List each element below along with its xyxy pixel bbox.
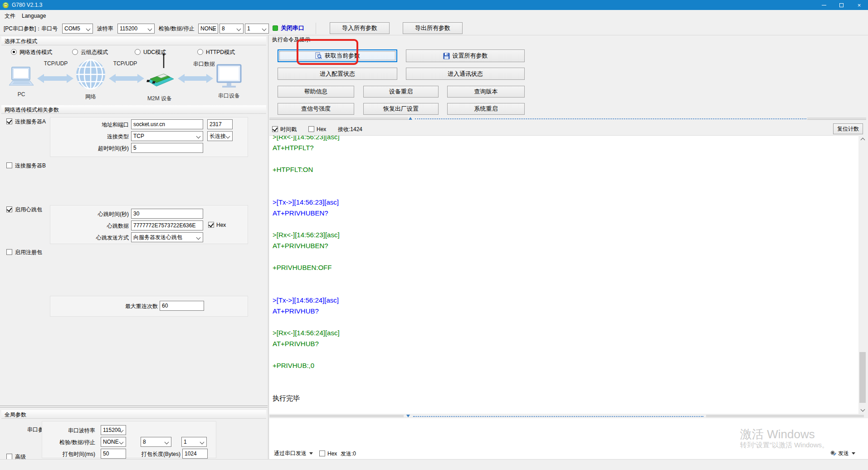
- pack-time-input[interactable]: 50: [101, 449, 126, 459]
- heartbeat-hex-checkbox[interactable]: [208, 222, 214, 228]
- timeout-label: 超时时间(秒): [68, 145, 129, 152]
- device-reboot-button[interactable]: 设备重启: [363, 86, 439, 98]
- signal-strength-button[interactable]: 查信号强度: [278, 103, 354, 115]
- log-splitter-dotted[interactable]: [415, 118, 806, 119]
- radio-cloud-mode[interactable]: [72, 49, 78, 55]
- scroll-up-button[interactable]: [858, 135, 867, 143]
- timestamp-checkbox[interactable]: [272, 126, 278, 132]
- radio-udc-mode[interactable]: [135, 49, 141, 55]
- reset-count-button[interactable]: 复位计数: [833, 123, 863, 134]
- log-hex-checkbox[interactable]: [308, 126, 314, 132]
- reconnect-input[interactable]: 60: [160, 301, 204, 311]
- close-port-label[interactable]: 关闭串口: [281, 24, 304, 32]
- heartbeat-time-label: 心跳时间(秒): [68, 211, 129, 218]
- heartbeat-data-label: 心跳数据: [68, 222, 129, 230]
- stopbits-select[interactable]: 1: [245, 24, 269, 34]
- log-area[interactable]: >[Rx<-][14:56:23][asc]AT+HTPFLT?+HTPFLT:…: [269, 135, 858, 414]
- send-via-serial-dropdown[interactable]: 通过串口发送: [274, 450, 313, 457]
- log-scrollbar[interactable]: [858, 135, 867, 414]
- conn-type-select[interactable]: TCP: [131, 131, 203, 141]
- register-label[interactable]: 启用注册包: [15, 249, 42, 256]
- global-parity-select[interactable]: NONE: [101, 437, 126, 447]
- splitter-collapse-up-icon[interactable]: [409, 117, 412, 120]
- pc-label: PC: [5, 91, 37, 98]
- menu-file[interactable]: 文件: [2, 12, 18, 20]
- log-splitter-left[interactable]: [269, 118, 408, 120]
- scroll-down-button[interactable]: [858, 406, 867, 414]
- send-splitter-dotted[interactable]: [413, 416, 703, 417]
- global-databits-select[interactable]: 8: [141, 437, 171, 447]
- log-hex-label[interactable]: Hex: [317, 126, 326, 133]
- send-splitter-right[interactable]: [706, 415, 864, 417]
- send-hex-label[interactable]: Hex: [327, 450, 337, 457]
- left-splitter[interactable]: [0, 406, 268, 407]
- conn-mode-select[interactable]: 长连接: [207, 131, 233, 141]
- splitter-collapse-down-icon[interactable]: [406, 415, 410, 417]
- m2m-icon: [144, 53, 176, 92]
- timestamp-label[interactable]: 时间戳: [280, 126, 297, 133]
- monitor-icon: [216, 64, 242, 89]
- set-params-button[interactable]: 设置所有参数: [406, 49, 525, 62]
- enter-config-button[interactable]: 进入配置状态: [278, 68, 397, 80]
- export-params-button[interactable]: 导出所有参数: [403, 22, 463, 34]
- enter-comm-button[interactable]: 进入通讯状态: [406, 68, 525, 80]
- send-splitter-left[interactable]: [269, 415, 404, 417]
- baud-label: 波特率: [97, 25, 113, 32]
- radio-cloud-mode-label[interactable]: 云组态模式: [81, 49, 108, 56]
- status-strip: [0, 459, 868, 470]
- query-version-button[interactable]: 查询版本: [447, 86, 525, 98]
- scrollbar-thumb[interactable]: [859, 352, 866, 403]
- send-button[interactable]: 发送: [830, 450, 855, 457]
- m2m-label: M2M 设备: [142, 95, 177, 103]
- send-dropdown-arrow-icon: [852, 452, 855, 455]
- menu-language[interactable]: Language: [19, 12, 49, 20]
- sent-count: 发送:0: [341, 450, 356, 457]
- parity-select[interactable]: NONE: [198, 24, 218, 34]
- server-b-checkbox[interactable]: [6, 162, 12, 168]
- heartbeat-hex-label[interactable]: Hex: [216, 221, 226, 229]
- activate-windows-watermark: 激活 Windows: [740, 426, 815, 442]
- addr-port-label: 地址和端口: [68, 121, 129, 128]
- register-checkbox[interactable]: [6, 249, 12, 255]
- dropdown-arrow-icon: [309, 452, 313, 455]
- panel-divider[interactable]: [268, 35, 268, 459]
- server-address-input[interactable]: socket.usr.cn: [131, 119, 203, 129]
- factory-reset-button[interactable]: 恢复出厂设置: [363, 103, 439, 115]
- server-port-input[interactable]: 2317: [207, 119, 233, 129]
- pack-len-input[interactable]: 1024: [182, 449, 208, 459]
- server-a-label[interactable]: 连接服务器A: [15, 118, 46, 125]
- application-window: G780 V2.1.3 × 文件 Language [PC串口参数]：串口号 C…: [0, 0, 868, 470]
- receive-count: 接收:1424: [338, 126, 362, 133]
- server-a-checkbox[interactable]: [6, 118, 12, 124]
- parity-label: 检验/数据/停止: [159, 25, 195, 32]
- heartbeat-checkbox[interactable]: [6, 206, 12, 212]
- heartbeat-mode-select[interactable]: 向服务器发送心跳包: [131, 232, 203, 242]
- timeout-input[interactable]: 5: [131, 143, 203, 153]
- system-reboot-button[interactable]: 系统重启: [447, 103, 525, 115]
- send-hex-checkbox[interactable]: [319, 450, 325, 456]
- com-port-select[interactable]: COM5: [62, 24, 93, 34]
- minimize-button[interactable]: [815, 0, 833, 10]
- link1-label: TCP/UDP: [41, 60, 71, 67]
- radio-transparent-mode[interactable]: [11, 49, 17, 55]
- heartbeat-label[interactable]: 启用心跳包: [15, 206, 42, 213]
- databits-select[interactable]: 8: [219, 24, 244, 34]
- network-label: 网络: [73, 93, 108, 101]
- import-params-button[interactable]: 导入所有参数: [330, 22, 390, 34]
- global-baud-select[interactable]: 115200: [101, 425, 126, 435]
- radio-httpd-mode[interactable]: [197, 49, 203, 55]
- restore-button[interactable]: [833, 0, 850, 10]
- close-button[interactable]: ×: [850, 0, 868, 10]
- get-params-button[interactable]: 获取当前参数: [278, 49, 397, 62]
- help-button[interactable]: 帮助信息: [278, 86, 354, 98]
- send-horn-icon: [830, 450, 837, 457]
- heartbeat-time-input[interactable]: 30: [131, 209, 203, 219]
- baud-select[interactable]: 115200: [117, 24, 155, 34]
- server-b-label[interactable]: 连接服务器B: [15, 162, 46, 169]
- global-stopbits-select[interactable]: 1: [181, 437, 207, 447]
- radio-httpd-mode-label[interactable]: HTTPD模式: [206, 49, 235, 56]
- pc-port-label: [PC串口参数]：串口号: [4, 25, 58, 32]
- log-splitter-right[interactable]: [807, 118, 866, 120]
- heartbeat-data-input[interactable]: 7777772E7573722E636E: [131, 220, 203, 230]
- radio-transparent-mode-label[interactable]: 网络透传模式: [20, 49, 52, 56]
